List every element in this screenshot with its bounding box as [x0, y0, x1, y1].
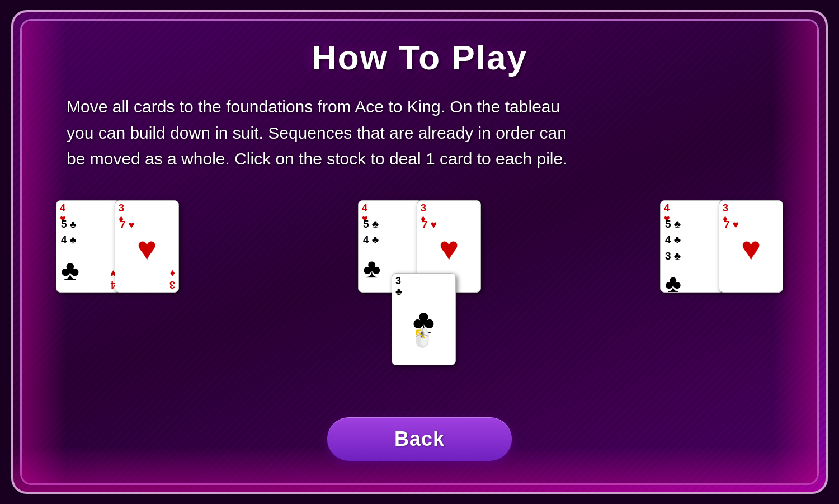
- card-4h-g3: 4♥ 5 ♣ 4 ♣ 3 ♣ ♣: [660, 200, 724, 293]
- card-suit-center: ♥: [137, 232, 157, 266]
- outer-frame: How To Play Move all cards to the founda…: [11, 10, 828, 494]
- cursor-arrow: ↖: [414, 324, 427, 343]
- card-rank-bot: 3♦: [169, 267, 175, 290]
- back-button[interactable]: Back: [327, 417, 512, 461]
- card-3d-g3: 3♦ ♥ 7 ♥: [719, 200, 783, 293]
- card-3c-moving: 3♣ ♣: [392, 273, 456, 365]
- inner-frame: How To Play Move all cards to the founda…: [20, 19, 819, 485]
- card-group-2: 4♥ 5 ♣ 4 ♣ ♣ 3♦ ♥ 7 ♥: [358, 200, 481, 346]
- card-4h-g1: 4♥ 4♥ 5 ♣ 4 ♣ ♣: [56, 200, 120, 293]
- card-group-1: 4♥ 4♥ 5 ♣ 4 ♣ ♣ 3♦ ♥ 3♦: [56, 200, 179, 329]
- card-group-3: 4♥ 5 ♣ 4 ♣ 3 ♣ ♣ 3♦ ♥ 7 ♥: [660, 200, 783, 346]
- cards-section: 4♥ 4♥ 5 ♣ 4 ♣ ♣ 3♦ ♥ 3♦: [56, 200, 783, 346]
- page-title: How To Play: [312, 37, 527, 77]
- instructions-text: Move all cards to the foundations from A…: [67, 94, 570, 172]
- main-content: How To Play Move all cards to the founda…: [22, 21, 817, 483]
- card-3d-g1: 3♦ ♥ 3♦ 7 ♥: [115, 200, 179, 293]
